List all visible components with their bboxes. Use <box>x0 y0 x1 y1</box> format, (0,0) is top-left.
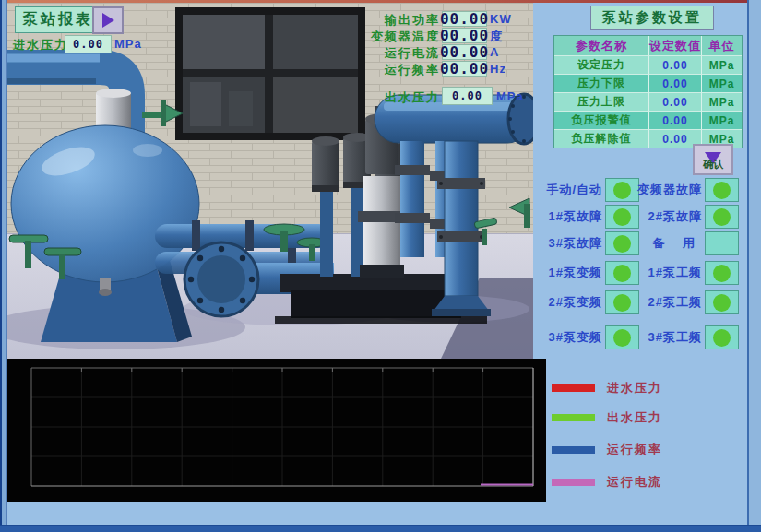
parameter-table: 参数名称 设定数值 单位 设定压力 0.00 MPa 压力下限 0.00 MPa… <box>553 35 743 148</box>
status-label: 2#泵工频 <box>648 294 702 311</box>
status-led-box <box>705 325 739 349</box>
metric-unit: Hz <box>490 62 506 76</box>
status-led-box <box>605 231 639 255</box>
led-indicator <box>713 329 731 347</box>
led-indicator <box>613 265 631 282</box>
status-label: 3#泵工频 <box>648 329 702 346</box>
param-name: 负压报警值 <box>554 111 648 129</box>
trend-chart <box>7 359 546 502</box>
status-led-box <box>605 205 639 229</box>
window <box>175 7 365 140</box>
status-led-box <box>705 261 739 285</box>
confirm-button[interactable]: 确认 <box>693 144 733 175</box>
status-label: 备 用 <box>652 235 702 252</box>
status-label: 变频器故障 <box>637 182 702 198</box>
led-indicator <box>613 182 631 199</box>
metric-value: 00.00 <box>442 44 487 60</box>
status-label: 1#泵变频 <box>549 265 602 281</box>
legend-label: 出水压力 <box>607 409 662 426</box>
pump-station-hmi: 泵站报表 进水压力 0.00 MPa 输出功率 00.00 KW 变频器温度 0… <box>0 0 761 532</box>
col-header: 单位 <box>701 36 742 55</box>
param-value[interactable]: 0.00 <box>648 74 701 92</box>
metric-unit: A <box>490 45 499 59</box>
legend-label: 运行频率 <box>607 442 662 458</box>
metric-label: 输出功率 <box>385 12 440 29</box>
settings-panel-title-text: 泵站参数设置 <box>602 9 702 27</box>
status-led-box <box>705 231 739 255</box>
status-led-box <box>605 290 639 314</box>
param-name: 负压解除值 <box>554 129 648 148</box>
legend-label: 运行电流 <box>607 474 662 491</box>
inlet-pressure-value: 0.00 <box>65 35 112 53</box>
status-label: 2#泵变频 <box>549 294 602 311</box>
report-button[interactable]: 泵站报表 <box>15 6 101 33</box>
param-unit: MPa <box>701 55 742 74</box>
led-indicator <box>613 208 631 226</box>
led-indicator <box>713 208 731 226</box>
col-header: 参数名称 <box>554 36 648 55</box>
metric-value: 00.00 <box>442 61 487 77</box>
param-unit: MPa <box>701 111 742 129</box>
status-led-box <box>605 325 639 349</box>
metric-value: 00.00 <box>442 28 487 43</box>
col-header: 设定数值 <box>648 36 701 55</box>
param-name: 压力下限 <box>554 74 648 92</box>
param-unit: MPa <box>701 74 742 92</box>
led-indicator <box>713 182 731 199</box>
metric-unit: 度 <box>490 29 503 45</box>
status-led-box <box>705 205 739 229</box>
metric-label: 运行电流 <box>385 45 440 62</box>
led-indicator <box>713 265 731 282</box>
status-label: 3#泵故障 <box>549 235 602 252</box>
led-indicator <box>613 294 631 312</box>
legend-swatch <box>552 479 595 486</box>
inlet-pressure-unit: MPa <box>114 37 142 51</box>
outlet-pressure-value: 0.00 <box>442 87 493 105</box>
top-border <box>0 0 761 3</box>
metric-label: 变频器温度 <box>371 29 440 45</box>
param-name: 压力上限 <box>554 92 648 111</box>
status-led-box <box>705 178 739 202</box>
legend-label: 进水压力 <box>607 380 662 396</box>
param-value[interactable]: 0.00 <box>648 92 701 111</box>
confirm-button-label: 确认 <box>703 160 723 169</box>
play-icon <box>102 13 114 28</box>
status-label: 1#泵故障 <box>549 208 602 225</box>
metric-unit: KW <box>490 12 512 26</box>
inlet-pressure-label: 进水压力 <box>13 37 68 53</box>
param-value[interactable]: 0.00 <box>648 111 701 129</box>
metric-value: 00.00 <box>442 11 487 27</box>
legend-swatch <box>552 446 595 454</box>
left-border <box>0 0 7 532</box>
status-led-box <box>605 178 639 202</box>
status-label: 2#泵故障 <box>648 208 702 225</box>
metric-label: 运行频率 <box>385 62 440 78</box>
status-led-box <box>605 261 639 285</box>
legend-swatch <box>552 414 595 421</box>
param-value[interactable]: 0.00 <box>648 55 701 74</box>
status-label: 3#泵变频 <box>549 329 602 346</box>
status-label: 手动/自动 <box>546 182 602 198</box>
led-indicator <box>713 294 731 312</box>
play-button[interactable] <box>92 6 124 34</box>
settings-panel-title: 泵站参数设置 <box>590 6 714 30</box>
trend-chart-plot <box>7 359 546 502</box>
led-indicator <box>613 329 631 347</box>
bottom-border <box>0 525 761 532</box>
report-button-label: 泵站报表 <box>23 10 93 30</box>
param-name: 设定压力 <box>554 55 648 74</box>
outlet-pressure-label: 出水压力 <box>385 89 440 106</box>
led-indicator <box>613 235 631 253</box>
status-led-box <box>705 290 739 314</box>
param-unit: MPa <box>701 92 742 111</box>
legend-swatch <box>552 384 595 392</box>
right-border <box>747 0 761 532</box>
status-label: 1#泵工频 <box>648 265 702 281</box>
outlet-pressure-unit: MPa <box>496 89 524 103</box>
